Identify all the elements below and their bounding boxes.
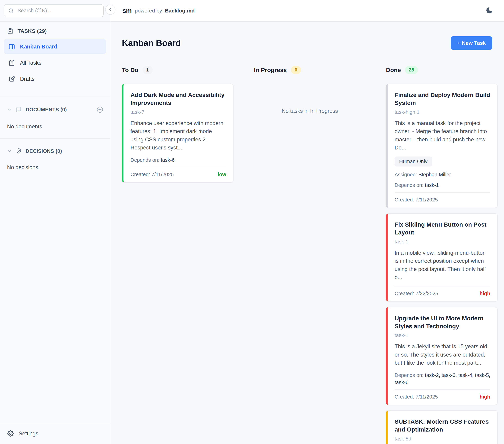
column-title: To Do	[122, 67, 138, 74]
task-id: task-1	[395, 333, 490, 338]
task-card[interactable]: SUBTASK: Modern CSS Features and Optimiz…	[386, 410, 498, 444]
task-card[interactable]: Finalize and Deploy Modern Build System …	[386, 84, 498, 208]
shield-check-icon	[16, 148, 22, 154]
task-title: Fix Sliding Menu Button on Post Layout	[395, 221, 490, 236]
app: TASKS (29) Kanban Board All Tasks Drafts…	[0, 0, 504, 444]
task-card[interactable]: Upgrade the UI to More Modern Styles and…	[386, 307, 498, 405]
task-footer: Created: 7/22/2025 high	[395, 286, 490, 296]
column-title: Done	[386, 67, 401, 74]
add-icon[interactable]	[96, 106, 104, 113]
sidebar-section-documents-0: DOCUMENTS (0) No documents	[0, 96, 110, 130]
column-header: To Do 1	[122, 66, 234, 74]
task-priority-badge: low	[218, 172, 226, 177]
task-footer: Created: 7/11/2025	[395, 192, 490, 203]
sidebar-item-kanban-board[interactable]: Kanban Board	[4, 39, 106, 54]
dark-mode-toggle[interactable]	[485, 6, 494, 16]
app-logo: sm	[123, 7, 131, 14]
task-depends-row: Depends on: task-6	[130, 156, 226, 164]
task-depends-row: Depends on: task-2, task-3, task-4, task…	[395, 372, 490, 386]
column-count-badge: 1	[143, 66, 153, 74]
chevron-left-icon	[108, 7, 113, 12]
tasks-nav: TASKS (29) Kanban Board All Tasks Drafts	[0, 22, 110, 88]
task-assignee-row: Assignee: Stephan Miller	[395, 171, 490, 178]
column-header: In Progress 0	[254, 66, 366, 74]
task-card[interactable]: Add Dark Mode and Accessibility Improvem…	[122, 84, 234, 183]
task-priority-badge: high	[480, 394, 490, 400]
sidebar-item-all-tasks[interactable]: All Tasks	[4, 55, 106, 71]
task-description: This is a Jekyll site that is 15 years o…	[395, 342, 490, 367]
board-header: Kanban Board + New Task	[122, 36, 492, 50]
task-label-badge: Human Only	[395, 156, 432, 166]
book-icon	[16, 107, 22, 112]
search-input[interactable]	[4, 4, 104, 17]
task-depends-row: Depends on: task-1	[395, 182, 490, 189]
column-count-badge: 0	[291, 66, 301, 74]
sidebar-nav-list: Kanban Board All Tasks Drafts	[4, 39, 106, 87]
section-empty-text: No decisions	[0, 164, 110, 170]
task-id: task-high.1	[395, 109, 490, 115]
sidebar-item-settings[interactable]: Settings	[0, 423, 110, 444]
column-header: Done 28	[386, 66, 498, 74]
top-bar: sm powered by Backlog.md	[110, 0, 504, 22]
task-footer: Created: 7/11/2025 low	[130, 167, 226, 177]
clipboard-check-icon	[7, 28, 13, 34]
kanban-board: Kanban Board + New Task To Do 1 Add Dark…	[110, 22, 504, 444]
task-created: Created: 7/11/2025	[130, 172, 174, 177]
main-area: sm powered by Backlog.md Kanban Board + …	[110, 0, 504, 444]
settings-label: Settings	[18, 430, 38, 437]
divider	[0, 138, 110, 139]
column-empty-text: No tasks in In Progress	[254, 108, 366, 114]
column-cards: Finalize and Deploy Modern Build System …	[386, 84, 498, 444]
column-in-progress: In Progress 0 No tasks in In Progress	[254, 66, 366, 114]
clipboard-list-icon	[8, 59, 15, 66]
new-task-button[interactable]: + New Task	[450, 36, 492, 50]
tasks-section-label: TASKS (29)	[18, 28, 47, 34]
column-count-badge: 28	[405, 66, 418, 74]
column-title: In Progress	[254, 67, 287, 74]
brand-name: Backlog.md	[165, 8, 195, 14]
task-id: task-5d	[395, 436, 490, 442]
sidebar-item-label: All Tasks	[20, 60, 41, 66]
task-created: Created: 7/11/2025	[395, 394, 438, 400]
sidebar-item-label: Kanban Board	[20, 44, 57, 50]
task-description: This is a manual task for the project ow…	[395, 119, 490, 152]
column-done: Done 28 Finalize and Deploy Modern Build…	[386, 66, 498, 444]
sidebar-section-decisions-0: DECISIONS (0) No decisions	[0, 138, 110, 170]
search-box	[4, 4, 104, 17]
sidebar-sections: DOCUMENTS (0) No documents DECISIONS (0)…	[0, 88, 110, 170]
task-title: Add Dark Mode and Accessibility Improvem…	[130, 91, 226, 107]
gear-icon	[7, 430, 14, 437]
page-title: Kanban Board	[122, 38, 181, 48]
task-created: Created: 7/22/2025	[395, 291, 438, 296]
section-empty-text: No documents	[0, 124, 110, 130]
kanban-icon	[8, 43, 15, 50]
section-label: DOCUMENTS (0)	[26, 107, 67, 112]
sidebar-item-label: Drafts	[20, 76, 35, 82]
task-title: Upgrade the UI to More Modern Styles and…	[395, 314, 490, 330]
task-description: In a mobile view, .sliding-menu-button i…	[395, 249, 490, 281]
sidebar-collapse-button[interactable]	[105, 5, 115, 15]
task-id: task-7	[130, 109, 226, 115]
column-to-do: To Do 1 Add Dark Mode and Accessibility …	[122, 66, 234, 183]
tasks-section-header: TASKS (29)	[4, 28, 106, 34]
sidebar-item-drafts[interactable]: Drafts	[4, 72, 106, 87]
section-header[interactable]: DOCUMENTS (0)	[0, 106, 110, 113]
board-columns: To Do 1 Add Dark Mode and Accessibility …	[122, 66, 492, 444]
chevron-down-icon	[7, 148, 12, 153]
task-description: Enhance user experience with modern feat…	[130, 119, 226, 152]
chevron-down-icon	[7, 107, 12, 112]
moon-icon	[486, 6, 493, 14]
divider	[0, 96, 110, 96]
task-title: Finalize and Deploy Modern Build System	[395, 91, 490, 107]
task-id: task-1	[395, 239, 490, 245]
search-icon	[8, 8, 14, 14]
sidebar-search-area	[0, 0, 110, 22]
task-card[interactable]: Fix Sliding Menu Button on Post Layout t…	[386, 213, 498, 302]
task-footer: Created: 7/11/2025 high	[395, 389, 490, 400]
task-title: SUBTASK: Modern CSS Features and Optimiz…	[395, 418, 490, 433]
section-header[interactable]: DECISIONS (0)	[0, 148, 110, 154]
edit-icon	[8, 76, 15, 82]
column-cards: Add Dark Mode and Accessibility Improvem…	[122, 84, 234, 183]
task-created: Created: 7/11/2025	[395, 197, 438, 203]
powered-by-text: powered by	[135, 8, 162, 14]
